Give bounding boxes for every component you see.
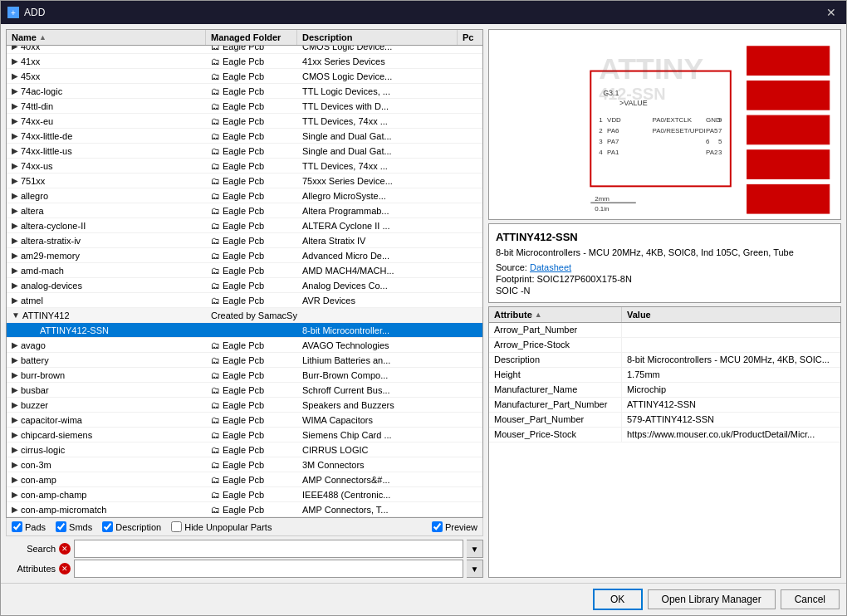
col-header-managed[interactable]: Managed Folder [206, 30, 297, 45]
attr-row[interactable]: Manufacturer_Part_NumberATTINY412-SSN [489, 398, 840, 413]
expand-icon[interactable]: ▶ [12, 281, 18, 290]
description-checkbox[interactable]: Description [102, 521, 161, 532]
expand-icon[interactable]: ▶ [12, 176, 18, 185]
col-header-desc[interactable]: Description [297, 30, 458, 45]
expand-icon[interactable]: ▶ [12, 191, 18, 200]
expand-icon[interactable]: ▶ [12, 370, 18, 379]
datasheet-link[interactable]: Datasheet [530, 262, 571, 272]
close-button[interactable]: ✕ [823, 4, 840, 21]
table-row[interactable]: ▶40xx🗂Eagle PcbCMOS Logic Device... [7, 46, 482, 54]
expand-icon[interactable]: ▶ [12, 116, 18, 125]
attr-col-header-attribute[interactable]: Attribute ▲ [489, 307, 622, 322]
table-row[interactable]: ▶altera🗂Eagle PcbAltera Programmab... [7, 203, 482, 218]
attr-col-header-value[interactable]: Value [622, 307, 840, 322]
svg-text:0.1in: 0.1in [595, 205, 609, 213]
open-library-manager-button[interactable]: Open Library Manager [648, 589, 776, 609]
row-name-text: 74xx-us [21, 161, 53, 171]
expand-icon[interactable]: ▶ [12, 56, 18, 66]
expand-icon[interactable]: ▶ [12, 161, 18, 170]
hide-unpopular-checkbox[interactable]: Hide Unpopular Parts [171, 521, 272, 532]
pads-checkbox[interactable]: Pads [12, 521, 46, 532]
search-input[interactable] [74, 540, 463, 558]
expand-icon[interactable]: ▶ [12, 71, 18, 81]
table-row[interactable]: ▶am29-memory🗂Eagle PcbAdvanced Micro De.… [7, 248, 482, 263]
table-row[interactable]: ▶altera-stratix-iv🗂Eagle PcbAltera Strat… [7, 233, 482, 248]
expand-icon[interactable]: ▶ [12, 206, 18, 215]
table-row[interactable]: ▶amd-mach🗂Eagle PcbAMD MACH4/MACH... [7, 263, 482, 278]
table-row[interactable]: ▶74xx-little-de🗂Eagle PcbSingle and Dual… [7, 129, 482, 144]
table-row[interactable]: ▶analog-devices🗂Eagle PcbAnalog Devices … [7, 278, 482, 293]
table-row[interactable]: ▶74xx-eu🗂Eagle PcbTTL Devices, 74xx ... [7, 114, 482, 129]
table-row[interactable]: ▶chipcard-siemens🗂Eagle PcbSiemens Chip … [7, 428, 482, 442]
attr-row[interactable]: Description8-bit Microcontrollers - MCU … [489, 353, 840, 368]
table-row[interactable]: ▶avago🗂Eagle PcbAVAGO Technologies [7, 338, 482, 353]
expand-icon[interactable]: ▶ [12, 505, 18, 514]
table-row[interactable]: ▶con-amp-champ🗂Eagle PcbIEEE488 (Centron… [7, 487, 482, 502]
search-clear-button[interactable]: ✕ [59, 543, 71, 555]
expand-icon[interactable]: ▶ [12, 430, 18, 439]
expand-icon[interactable]: ▶ [12, 296, 18, 305]
attributes-dropdown-arrow[interactable]: ▼ [467, 560, 483, 578]
expand-icon[interactable]: ▶ [12, 400, 18, 409]
expand-icon[interactable]: ▶ [12, 445, 18, 454]
table-row[interactable]: ▶cirrus-logic🗂Eagle PcbCIRRUS LOGIC [7, 442, 482, 457]
svg-rect-2 [747, 81, 830, 110]
attr-table-body[interactable]: Arrow_Part_NumberArrow_Price-StockDescri… [489, 323, 840, 577]
smds-checkbox[interactable]: Smds [56, 521, 92, 532]
col-header-name[interactable]: Name ▲ [7, 30, 206, 45]
table-row[interactable]: ATTINY412-SSN8-bit Microcontroller... [7, 323, 482, 338]
expand-icon[interactable]: ▶ [12, 46, 18, 51]
table-row[interactable]: ▶battery🗂Eagle PcbLithium Batteries an..… [7, 353, 482, 368]
table-row[interactable]: ▶45xx🗂Eagle PcbCMOS Logic Device... [7, 69, 482, 84]
table-row[interactable]: ▶74ac-logic🗂Eagle PcbTTL Logic Devices, … [7, 84, 482, 99]
table-row[interactable]: ▶74xx-little-us🗂Eagle PcbSingle and Dual… [7, 144, 482, 159]
expand-icon[interactable]: ▶ [12, 86, 18, 95]
expand-icon[interactable]: ▶ [12, 340, 18, 350]
ok-button[interactable]: OK [593, 589, 643, 610]
table-row[interactable]: ▶74ttl-din🗂Eagle PcbTTL Devices with D..… [7, 99, 482, 114]
table-row[interactable]: ▶atmel🗂Eagle PcbAVR Devices [7, 293, 482, 308]
expand-icon[interactable]: ▶ [12, 460, 18, 469]
expand-icon[interactable]: ▶ [12, 251, 18, 260]
expand-icon[interactable]: ▶ [12, 236, 18, 245]
table-row[interactable]: ▶con-amp-micromatch🗂Eagle PcbAMP Connect… [7, 502, 482, 517]
managed-text: Eagle Pcb [223, 191, 264, 201]
expand-icon[interactable]: ▶ [12, 146, 18, 155]
expand-icon[interactable]: ▶ [12, 475, 18, 484]
col-header-pc[interactable]: Pc [458, 30, 482, 45]
attr-row[interactable]: Arrow_Part_Number [489, 323, 840, 338]
expand-icon[interactable]: ▼ [12, 310, 20, 320]
table-row[interactable]: ▶allegro🗂Eagle PcbAllegro MicroSyste... [7, 188, 482, 203]
managed-text: Eagle Pcb [223, 385, 264, 395]
table-row[interactable]: ▶buzzer🗂Eagle PcbSpeakers and Buzzers [7, 398, 482, 413]
attr-row[interactable]: Manufacturer_NameMicrochip [489, 383, 840, 398]
search-dropdown-arrow[interactable]: ▼ [467, 540, 483, 558]
table-row[interactable]: ▶751xx🗂Eagle Pcb75xxx Series Device... [7, 174, 482, 188]
expand-icon[interactable]: ▶ [12, 101, 18, 110]
attr-row[interactable]: Arrow_Price-Stock [489, 338, 840, 353]
expand-icon[interactable]: ▶ [12, 415, 18, 424]
expand-icon[interactable]: ▶ [12, 266, 18, 275]
table-body[interactable]: ▶19inch🗂Eagle Pcb19-Inch Slot Euroca...▶… [7, 46, 482, 517]
expand-icon[interactable]: ▶ [12, 490, 18, 499]
table-row[interactable]: ▶burr-brown🗂Eagle PcbBurr-Brown Compo... [7, 368, 482, 383]
attr-row[interactable]: Mouser_Part_Number579-ATTINY412-SSN [489, 413, 840, 428]
attr-row[interactable]: Height1.75mm [489, 368, 840, 383]
table-row[interactable]: ▶altera-cyclone-II🗂Eagle PcbALTERA Cyclo… [7, 218, 482, 233]
table-row[interactable]: ▼ATTINY412Created by SamacSys [7, 308, 482, 323]
cancel-button[interactable]: Cancel [781, 589, 840, 609]
preview-checkbox-container[interactable]: Preview [432, 521, 477, 532]
expand-icon[interactable]: ▶ [12, 355, 18, 364]
table-row[interactable]: ▶con-3m🗂Eagle Pcb3M Connectors [7, 457, 482, 472]
table-row[interactable]: ▶con-amp🗂Eagle PcbAMP Connectors&#... [7, 472, 482, 487]
expand-icon[interactable]: ▶ [12, 131, 18, 140]
table-row[interactable]: ▶busbar🗂Eagle PcbSchroff Current Bus... [7, 383, 482, 398]
table-row[interactable]: ▶capacitor-wima🗂Eagle PcbWIMA Capacitors [7, 413, 482, 428]
attributes-clear-button[interactable]: ✕ [59, 563, 71, 574]
attributes-input[interactable] [74, 560, 463, 578]
expand-icon[interactable]: ▶ [12, 385, 18, 394]
table-row[interactable]: ▶41xx🗂Eagle Pcb41xx Series Devices [7, 54, 482, 69]
attr-row[interactable]: Mouser_Price-Stockhttps://www.mouser.co.… [489, 428, 840, 442]
table-row[interactable]: ▶74xx-us🗂Eagle PcbTTL Devices, 74xx ... [7, 159, 482, 174]
expand-icon[interactable]: ▶ [12, 221, 18, 230]
